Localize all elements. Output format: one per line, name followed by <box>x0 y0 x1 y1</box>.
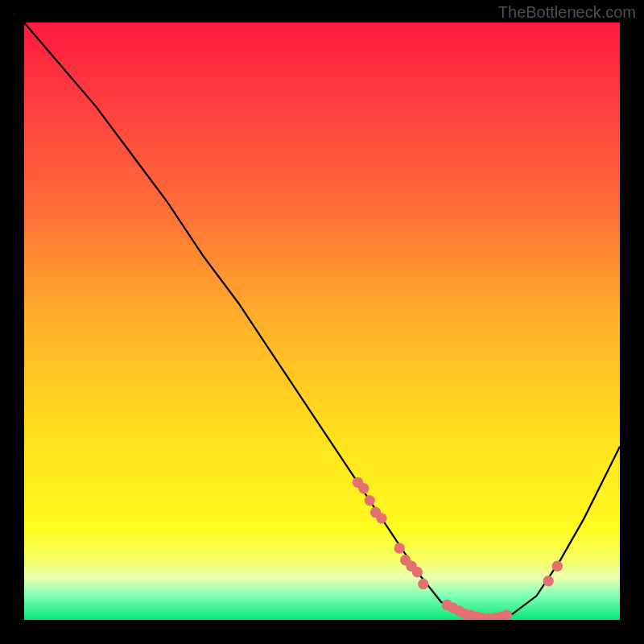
data-point <box>552 561 563 572</box>
data-point <box>365 495 375 506</box>
watermark-text: TheBottleneck.com <box>498 3 636 22</box>
data-point <box>418 579 428 589</box>
plot-area <box>24 23 620 620</box>
data-point <box>358 483 369 493</box>
marker-layer <box>24 23 620 620</box>
data-point <box>543 576 554 586</box>
data-point <box>412 567 423 577</box>
data-point <box>394 543 405 553</box>
data-point <box>502 609 512 620</box>
data-point <box>376 513 386 523</box>
figure-container: TheBottleneck.com <box>0 0 644 644</box>
